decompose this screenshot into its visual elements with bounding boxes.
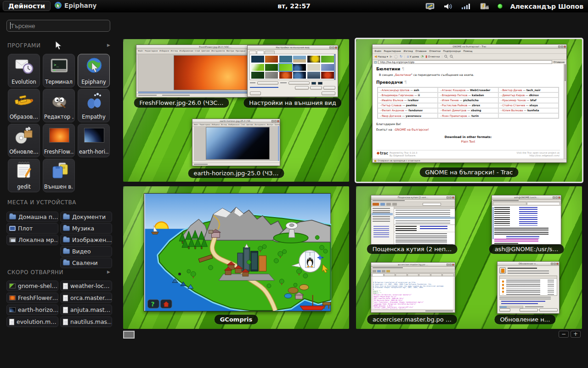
workspace-thumbnail[interactable]	[123, 331, 135, 339]
translator-link[interactable]: Владимира Гиргинова	[379, 94, 413, 97]
app-gimp[interactable]: Редактор …	[43, 89, 75, 122]
translator-link[interactable]: Филип Димитров	[440, 109, 466, 112]
username[interactable]: Александър Шопов	[510, 3, 583, 10]
app-gcompris[interactable]: Образов…	[8, 89, 40, 122]
wallpaper-thumbnail[interactable]	[321, 56, 334, 63]
translator-link[interactable]: Атанас Кошаров	[440, 89, 465, 92]
network-signal-icon[interactable]	[461, 3, 470, 10]
wallpaper-thumbnail[interactable]	[265, 72, 278, 79]
recent-expand-icon[interactable]: ▶	[107, 270, 110, 274]
window-terminal[interactable]: ash@GNOME:/usr/s…	[492, 195, 561, 245]
window-appearance-settings[interactable]: Настройки на външния вид	[247, 45, 338, 97]
browser-menubar[interactable]: Файл Редактиране Изглед Отиване Отметки …	[373, 49, 566, 54]
translator-link[interactable]: Димитър Киров	[500, 94, 525, 97]
wallpaper-thumbnail[interactable]	[307, 64, 320, 71]
translator-link[interactable]: Юлия Волкова	[500, 109, 523, 112]
help-button[interactable]	[250, 92, 261, 95]
plain-text-link[interactable]: Plain Text	[376, 140, 560, 144]
scrollbar-vertical[interactable]	[278, 126, 279, 161]
translator-link[interactable]: Филип Андонов	[379, 109, 404, 112]
terminal-content[interactable]	[492, 206, 560, 244]
wallpaper-thumbnail[interactable]	[251, 64, 264, 71]
wallpaper-thumbnail[interactable]	[279, 72, 292, 79]
place-pictures[interactable]: Изображен…	[60, 235, 112, 245]
clock[interactable]: вт, 22:57	[277, 2, 311, 10]
check-button[interactable]	[520, 308, 538, 312]
wallpaper-thumbnail[interactable]	[265, 64, 278, 71]
color-swatch[interactable]	[311, 82, 316, 85]
home-button[interactable]	[160, 299, 172, 308]
window-gimp-earth[interactable]: earth-horizon.jpg-25.0 (ЧЗ… Файл Редакти…	[192, 119, 280, 166]
recent-earth-horizon[interactable]: earth-horizo…	[6, 305, 58, 315]
recent-anjuta-master[interactable]: anjuta.mast…	[60, 305, 112, 315]
remove-workspace-button[interactable]: −	[559, 331, 569, 338]
wallpaper-thumbnail[interactable]	[279, 56, 292, 63]
terminal-tabs[interactable]	[492, 201, 561, 206]
wallpaper-thumbnail[interactable]	[307, 72, 320, 79]
translator-link[interactable]: Ростислав Райков	[440, 104, 467, 107]
programs-expand-icon[interactable]: ▶	[107, 43, 110, 47]
colors-dropdown[interactable]	[288, 81, 310, 85]
wallpaper-thumbnail[interactable]	[321, 72, 334, 79]
translator-link[interactable]: Владимир Петков	[440, 94, 467, 97]
scrollbar-vertical[interactable]	[334, 54, 335, 80]
translator-link[interactable]: Ивайло Вълков	[379, 99, 403, 102]
translator-link[interactable]: Виктор Дачев	[500, 89, 522, 92]
wallpaper-thumbnail[interactable]	[307, 56, 320, 63]
window-epiphany-trac[interactable]: GNOME на български! - Trac Файл Редактир…	[372, 44, 567, 163]
scrollbar-vertical[interactable]	[492, 207, 494, 239]
translator-link[interactable]: Александър Шопов	[379, 89, 409, 92]
remove-button[interactable]	[310, 86, 322, 90]
app-freshflower-image[interactable]: FreshFlow…	[43, 124, 75, 157]
add-workspace-button[interactable]: +	[571, 331, 581, 338]
recent-weather-loc[interactable]: weather-loc…	[60, 281, 112, 291]
wallpaper-thumbnail[interactable]	[293, 72, 306, 79]
wallpaper-thumbnail[interactable]	[251, 72, 264, 79]
team-link[interactable]: GNOME на български!	[393, 128, 429, 132]
place-documents[interactable]: Документи	[60, 212, 112, 222]
app-epiphany[interactable]: Epiphany	[78, 54, 110, 87]
app-earth-image[interactable]: earth-hori…	[78, 124, 110, 157]
app-gedit[interactable]: gedit	[8, 159, 40, 192]
bulletins-link[interactable]: Бюлетини	[395, 73, 411, 77]
add-button[interactable]	[323, 86, 335, 90]
help-button[interactable]	[499, 308, 510, 312]
restore-button[interactable]	[295, 86, 309, 90]
bookmarks-button[interactable]: ▮ Отметки	[425, 55, 440, 58]
window-update-manager[interactable]: Обновление н…	[497, 261, 560, 314]
help-button[interactable]: ?	[148, 299, 159, 308]
address-input[interactable]: http://fsa-bg.org/project/gtp	[378, 60, 552, 64]
translator-link[interactable]: Ясен Праматаров	[440, 115, 467, 117]
recent-nautilus-master[interactable]: nautilus.mas…	[60, 316, 112, 327]
zoom-in-icon[interactable]	[444, 55, 448, 58]
app-evolution[interactable]: Evolution	[8, 54, 40, 87]
wallpaper-thumbnail[interactable]	[321, 64, 334, 71]
recent-gnome-shell[interactable]: gnome-shel…	[6, 281, 58, 291]
recent-freshflower[interactable]: FreshFlower…	[6, 293, 58, 303]
place-desktop[interactable]: Плот	[6, 223, 58, 234]
stop-button[interactable]: ◯	[394, 55, 398, 58]
forward-button[interactable]: ▶	[390, 55, 392, 58]
workspace-4[interactable]: Пощенска кутия (2 неп…	[356, 186, 582, 329]
wallpaper-thumbnail[interactable]	[293, 64, 306, 71]
color-swatch[interactable]	[318, 82, 322, 85]
back-button[interactable]: ◀ Назад ▾	[374, 55, 388, 58]
app-terminal[interactable]: >_ Терминал	[43, 54, 75, 87]
translator-link[interactable]: Явор Доганов	[379, 115, 401, 117]
wallpaper-thumbnail[interactable]	[265, 56, 278, 63]
appearance-tabs[interactable]	[249, 51, 275, 54]
window-gcompris[interactable]: ?	[144, 193, 331, 311]
folder-pane[interactable]	[371, 207, 394, 245]
history-icon[interactable]: ◔	[421, 55, 424, 58]
volume-icon[interactable]	[443, 3, 453, 10]
app-empathy[interactable]: Empathy	[78, 89, 110, 122]
window-gedit-po[interactable]: accerciser.master.bg.po … # Bulgarian tr…	[371, 262, 455, 313]
install-button[interactable]	[539, 308, 558, 312]
place-music[interactable]: Музика	[60, 223, 112, 234]
workspace-1[interactable]: FreshFlower.jpg-26.0 (ЧЗС… Файл Редактир…	[123, 39, 349, 182]
recent-evolution-master[interactable]: evolution.m…	[6, 316, 58, 327]
place-downloads[interactable]: Свалени	[60, 258, 112, 268]
activities-button[interactable]: Дейности	[3, 1, 51, 11]
place-home[interactable]: Домашна п…	[6, 212, 58, 222]
display-icon[interactable]	[425, 3, 435, 10]
